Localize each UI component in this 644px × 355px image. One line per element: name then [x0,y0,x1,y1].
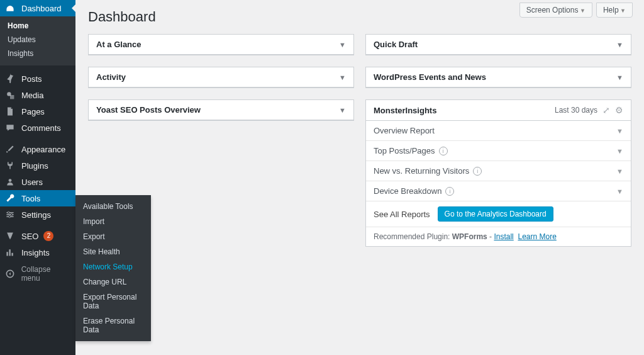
chevron-down-icon[interactable]: ▼ [616,74,623,81]
seo-badge: 2 [43,231,53,241]
chevron-down-icon: ▼ [616,167,623,175]
chart-icon [5,247,16,257]
mi-actions: See All Reports Go to the Analytics Dash… [366,201,631,227]
sidebar-item-posts[interactable]: Posts [0,70,75,87]
sidebar-item-appearance[interactable]: Appearance [0,141,75,157]
wrench-icon [5,193,16,203]
sidebar-item-label: Dashboard [21,4,62,13]
panel-at-a-glance: At a Glance ▼ [88,34,354,55]
info-icon[interactable]: i [439,147,448,155]
svg-point-1 [9,179,12,182]
sidebar-item-tools[interactable]: Tools [0,190,75,206]
sidebar-item-label: Plugins [21,161,48,171]
sidebar-sub-home[interactable]: Home [0,19,75,33]
chevron-down-icon: ▼ [616,147,623,155]
brush-icon [5,144,16,154]
sidebar-item-dashboard[interactable]: Dashboard [0,0,75,16]
panel-yoast-overview: Yoast SEO Posts Overview ▼ [88,99,354,121]
mi-row-overview[interactable]: Overview Report ▼ [366,121,631,141]
pin-icon [5,74,16,84]
panel-head[interactable]: Quick Draft ▼ [366,35,631,55]
svg-point-2 [8,211,9,213]
chevron-down-icon[interactable]: ▼ [616,41,623,48]
collapse-icon [5,269,16,279]
user-icon [5,177,16,187]
page-icon [5,106,16,116]
panel-head[interactable]: Activity ▼ [89,67,353,87]
mi-rec-plugin: WPForms [452,232,487,241]
panel-head[interactable]: At a Glance ▼ [89,35,353,55]
yoast-icon [5,231,16,241]
sidebar-item-label: Collapse menu [21,265,70,283]
plugin-icon [5,161,16,171]
chevron-down-icon[interactable]: ▼ [339,41,346,48]
sidebar-item-label: Tools [21,194,40,203]
expand-icon[interactable]: ⤢ [602,105,610,115]
dashboard-icon [5,3,16,13]
dashboard-submenu: Home Updates Insights [0,16,75,65]
sidebar-sub-updates[interactable]: Updates [0,33,75,47]
mi-recommended: Recommended Plugin: WPForms - Install Le… [366,227,631,246]
svg-point-4 [9,216,11,218]
media-icon [5,90,16,100]
sidebar-sub-insights[interactable]: Insights [0,47,75,60]
sidebar-item-plugins[interactable]: Plugins [0,157,75,174]
sidebar-item-seo[interactable]: SEO 2 [0,228,75,244]
sidebar-item-label: Appearance [21,145,65,154]
mi-rec-prefix: Recommended Plugin: [374,232,452,241]
gear-icon[interactable]: ⚙ [615,105,623,115]
info-icon[interactable]: i [473,167,482,176]
sidebar-item-label: Users [21,178,43,187]
panel-monsterinsights: MonsterInsights Last 30 days ⤢ ⚙ Overvie… [365,99,631,247]
mi-date-range: Last 30 days [555,106,597,115]
dashboard-col-right: Quick Draft ▼ WordPress Events and News … [365,34,631,258]
sidebar-item-media[interactable]: Media [0,87,75,103]
sidebar-item-users[interactable]: Users [0,174,75,190]
chevron-down-icon: ▼ [616,127,623,135]
mi-row-device[interactable]: Device Breakdown i ▼ [366,181,631,201]
panel-title: MonsterInsights [374,106,436,115]
panel-title: Yoast SEO Posts Overview [96,105,201,115]
sidebar-item-label: Settings [21,210,51,220]
sliders-icon [5,210,16,220]
panel-head: MonsterInsights Last 30 days ⤢ ⚙ [366,100,631,121]
sidebar-collapse[interactable]: Collapse menu [0,266,75,282]
chevron-down-icon[interactable]: ▼ [339,74,346,81]
mi-cta-button[interactable]: Go to the Analytics Dashboard [438,206,553,222]
svg-point-3 [11,213,13,215]
page-title: Dashboard [88,9,631,25]
mi-row-label: New vs. Returning Visitors [374,166,469,176]
sidebar-item-insights[interactable]: Insights [0,244,75,261]
main-content: Dashboard At a Glance ▼ Activity ▼ Yoast… [75,0,644,355]
panel-activity: Activity ▼ [88,67,354,88]
mi-row-visitors[interactable]: New vs. Returning Visitors i ▼ [366,161,631,181]
sidebar-item-comments[interactable]: Comments [0,120,75,136]
dashboard-col-left: At a Glance ▼ Activity ▼ Yoast SEO Posts… [88,34,354,132]
panel-title: At a Glance [96,40,142,49]
panel-title: WordPress Events and News [374,72,486,82]
chevron-down-icon[interactable]: ▼ [339,106,346,114]
mi-see-all-reports[interactable]: See All Reports [374,210,430,219]
info-icon[interactable]: i [445,187,454,196]
mi-row-label: Overview Report [374,126,435,135]
mi-learn-link[interactable]: Learn More [518,232,556,241]
mi-row-label: Device Breakdown [374,186,441,196]
sidebar-item-label: Posts [21,74,42,84]
comments-icon [5,123,16,133]
panel-head[interactable]: WordPress Events and News ▼ [366,67,631,87]
panel-title: Quick Draft [374,40,418,49]
sidebar-item-label: Comments [21,123,61,133]
sidebar-item-label: Media [21,91,43,100]
panel-head[interactable]: Yoast SEO Posts Overview ▼ [89,100,353,120]
mi-rec-sep: - [487,232,494,241]
panel-title: Activity [96,72,126,82]
mi-row-label: Top Posts/Pages [374,146,435,155]
sidebar-item-settings[interactable]: Settings [0,206,75,223]
mi-install-link[interactable]: Install [494,232,513,241]
mi-body: Overview Report ▼ Top Posts/Pages i ▼ Ne… [366,121,631,246]
mi-row-top-posts[interactable]: Top Posts/Pages i ▼ [366,141,631,161]
panel-quick-draft: Quick Draft ▼ [365,34,631,55]
panel-events-news: WordPress Events and News ▼ [365,67,631,88]
sidebar-item-pages[interactable]: Pages [0,103,75,120]
admin-sidebar: Dashboard Home Updates Insights Posts Me… [0,0,75,355]
